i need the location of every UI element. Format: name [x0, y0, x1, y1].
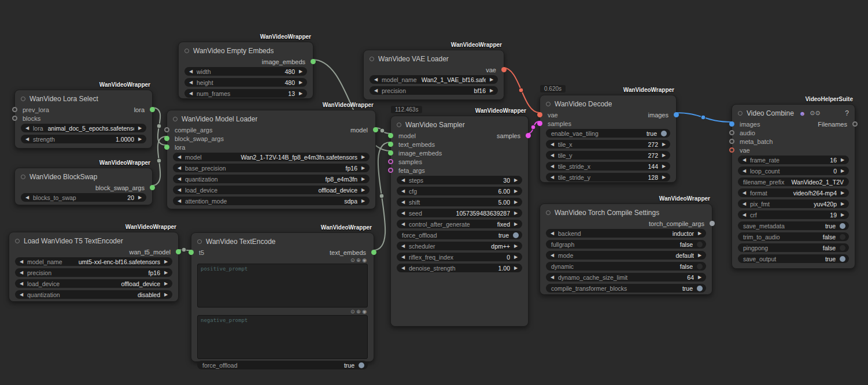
widget-seed[interactable]: seed 1057359483639287 [397, 209, 522, 217]
widget-value[interactable]: animal_doc_5_epochs.safetensors [48, 125, 134, 132]
node-title-bar[interactable]: WanVideo Sampler [391, 116, 528, 131]
output-port-vae[interactable] [501, 67, 507, 72]
widget-value[interactable]: false [773, 245, 836, 251]
decrement-arrow-icon[interactable] [549, 162, 556, 171]
node-title-bar[interactable]: WanVideo Model Loader [167, 110, 375, 125]
increment-arrow-icon[interactable] [488, 86, 495, 95]
node-wanvideo-decode[interactable]: 0.620s WanVideoWrapper WanVideo Decode v… [540, 95, 677, 183]
decrement-arrow-icon[interactable] [187, 67, 194, 76]
node-graph-canvas[interactable]: WanVideoWrapper WanVideo Lora Select pre… [0, 0, 868, 385]
decrement-arrow-icon[interactable] [176, 175, 183, 183]
widget-value[interactable]: fp16 [56, 269, 160, 276]
widget-value[interactable]: false [579, 241, 693, 248]
decrement-arrow-icon[interactable] [24, 124, 31, 132]
input-port-lora[interactable] [164, 145, 169, 150]
increment-arrow-icon[interactable] [839, 188, 846, 197]
widget-strength[interactable]: strength 1.0000 [21, 135, 146, 143]
collapse-icon[interactable] [370, 57, 374, 61]
widget-quantization[interactable]: quantization fp8_e4m3fn [173, 175, 370, 183]
collapse-icon[interactable] [546, 210, 551, 215]
increment-arrow-icon[interactable] [512, 264, 519, 272]
node-title-bar[interactable]: Load WanVideo T5 TextEncoder [9, 232, 178, 247]
output-port-text_embeds[interactable] [371, 250, 376, 255]
increment-arrow-icon[interactable] [512, 242, 519, 250]
input-port-prev_lora[interactable] [12, 107, 17, 112]
increment-arrow-icon[interactable] [660, 162, 667, 171]
widget-value[interactable]: dpm++ [440, 243, 510, 250]
widget-value[interactable]: Wan2_1_VAE_bf16.safete... [422, 76, 486, 83]
input-port-t5[interactable] [189, 250, 194, 255]
decrement-arrow-icon[interactable] [549, 151, 556, 160]
widget-model[interactable]: model Wan2_1-T2V-14B_fp8_e4m3fn.safetens… [173, 153, 370, 161]
increment-arrow-icon[interactable] [360, 153, 367, 161]
decrement-arrow-icon[interactable] [187, 89, 194, 98]
increment-arrow-icon[interactable] [162, 279, 169, 288]
increment-arrow-icon[interactable] [360, 175, 367, 183]
decrement-arrow-icon[interactable] [400, 209, 407, 217]
increment-arrow-icon[interactable] [162, 268, 169, 277]
increment-arrow-icon[interactable] [297, 78, 304, 87]
widget-value[interactable]: 13 [235, 90, 295, 97]
widget-value[interactable]: 20 [81, 194, 134, 201]
increment-arrow-icon[interactable] [839, 156, 846, 164]
increment-arrow-icon[interactable] [512, 220, 519, 228]
widget-mode[interactable]: mode default [546, 251, 706, 260]
widget-value[interactable]: 1.0000 [60, 136, 134, 143]
node-title-bar[interactable]: WanVideo VAE Loader [364, 50, 504, 65]
widget-force_offload[interactable]: force_offload true [397, 231, 522, 239]
increment-arrow-icon[interactable] [512, 198, 519, 206]
widget-pix_fmt[interactable]: pix_fmt yuv420p [738, 199, 849, 208]
widget-value[interactable]: 30 [428, 177, 510, 184]
widget-cfg[interactable]: cfg 6.00 [397, 187, 522, 195]
widget-value[interactable]: 0 [784, 168, 837, 175]
decrement-arrow-icon[interactable] [400, 198, 407, 206]
prompt-toolbar[interactable]: ⊙ ⊕ ◉ [191, 257, 374, 263]
widget-tile_x[interactable]: tile_x 272 [546, 140, 670, 149]
widget-dynamic[interactable]: dynamic false [546, 262, 706, 271]
widget-value[interactable]: offload_device [222, 187, 357, 194]
node-title-bar[interactable]: WanVideo TextEncode [191, 233, 374, 248]
widget-save_metadata[interactable]: save_metadata true [738, 221, 849, 230]
widget-value[interactable]: fp8_e4m3fn [223, 176, 357, 183]
increment-arrow-icon[interactable] [660, 140, 667, 149]
prompt-toolbar-icons[interactable]: ⊙ ⊕ ◉ [350, 309, 367, 314]
node-title-bar[interactable]: WanVideo Lora Select [15, 90, 152, 105]
input-port-audio[interactable] [729, 130, 734, 135]
widget-value[interactable]: sdpa [231, 198, 357, 205]
collapse-icon[interactable] [15, 239, 20, 243]
node-wanvideo-sampler[interactable]: 112.463s WanVideoWrapper WanVideo Sample… [390, 116, 529, 327]
node-video-combine[interactable]: VideoHelperSuite Video Combine ☻ ⊙⊙ ? im… [732, 104, 855, 269]
increment-arrow-icon[interactable] [696, 251, 703, 260]
node-title-bar[interactable]: WanVideo Empty Embeds [179, 42, 313, 57]
input-port-compile_args[interactable] [164, 127, 169, 132]
widget-load_device[interactable]: load_device offload_device [15, 279, 172, 288]
widget-value[interactable]: 1.00 [460, 265, 510, 272]
increment-arrow-icon[interactable] [512, 187, 519, 195]
help-icon[interactable]: ? [845, 109, 849, 117]
widget-value[interactable]: video/h264-mp4 [772, 190, 837, 197]
input-port-samples[interactable] [388, 159, 393, 164]
widget-fullgraph[interactable]: fullgraph false [546, 240, 706, 249]
output-port-filenames[interactable] [852, 121, 858, 127]
widget-value[interactable]: inductor [586, 230, 694, 237]
widget-value[interactable]: umt5-xxl-enc-bf16.safetensors [67, 258, 160, 265]
increment-arrow-icon[interactable] [839, 166, 846, 175]
widget-value[interactable]: false [785, 234, 836, 240]
decrement-arrow-icon[interactable] [400, 253, 407, 261]
widget-value[interactable]: 128 [595, 174, 658, 181]
widget-filename_prefix[interactable]: filename_prefix WanVideo2_1_T2V [738, 177, 849, 186]
widget-tile_y[interactable]: tile_y 272 [546, 151, 670, 160]
output-port-lora[interactable] [150, 107, 155, 112]
widget-value[interactable]: 144 [595, 163, 658, 170]
collapse-icon[interactable] [184, 49, 189, 53]
toggle-knob[interactable] [359, 362, 364, 368]
preview-options-icons[interactable]: ⊙⊙ [810, 110, 821, 116]
node-title-bar[interactable]: WanVideo BlockSwap [15, 168, 152, 183]
widget-model_name[interactable]: model_name Wan2_1_VAE_bf16.safete... [370, 75, 498, 84]
people-icon[interactable]: ☻ [799, 110, 806, 117]
decrement-arrow-icon[interactable] [400, 176, 407, 184]
increment-arrow-icon[interactable] [360, 197, 367, 205]
increment-arrow-icon[interactable] [297, 67, 304, 76]
increment-arrow-icon[interactable] [839, 199, 846, 208]
positive-prompt-textarea[interactable]: positive_prompt [197, 264, 368, 308]
